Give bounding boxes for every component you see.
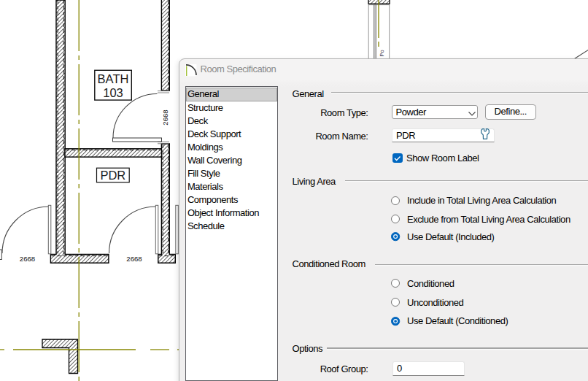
svg-text:Po: Po xyxy=(379,50,385,56)
svg-text:2668: 2668 xyxy=(161,109,169,125)
svg-text:PDR: PDR xyxy=(100,169,125,182)
svg-text:BATH: BATH xyxy=(98,72,129,85)
svg-text:2668: 2668 xyxy=(20,255,35,263)
svg-text:2668: 2668 xyxy=(126,255,142,263)
svg-text:103: 103 xyxy=(103,86,123,99)
